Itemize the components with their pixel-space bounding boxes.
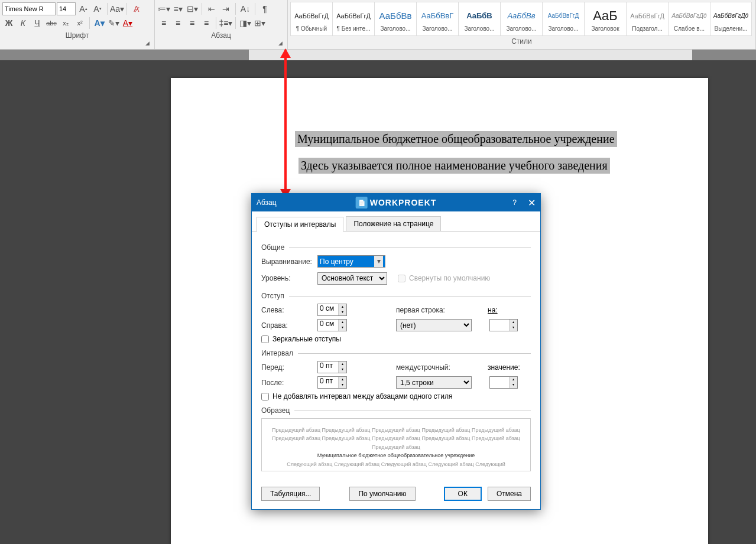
style-item[interactable]: АаБбВвГгД¶ Без инте...: [332, 2, 374, 36]
section-spacing: Интервал: [261, 349, 531, 357]
shrink-font-icon[interactable]: A▾: [91, 2, 104, 15]
level-combo[interactable]: Основной текст: [317, 272, 387, 285]
align-left-icon[interactable]: ≡: [157, 17, 170, 30]
font-group-label: Шрифт: [2, 30, 152, 40]
increase-indent-icon[interactable]: ⇥: [219, 2, 232, 15]
space-after-label: После:: [261, 379, 317, 387]
style-item[interactable]: АаБбВвГгДдСлабое в...: [668, 2, 710, 36]
borders-icon[interactable]: ⊞▾: [253, 17, 266, 30]
show-marks-icon[interactable]: ¶: [258, 2, 271, 15]
space-before-label: Перед:: [261, 363, 317, 372]
space-before-spinner[interactable]: 0 пт: [317, 361, 347, 373]
indent-left-label: Слева:: [261, 306, 317, 314]
decrease-indent-icon[interactable]: ⇤: [205, 2, 218, 15]
close-icon[interactable]: ✕: [528, 197, 536, 209]
collapse-checkbox: Свернуты по умолчанию: [398, 274, 490, 282]
highlight-icon[interactable]: ✎▾: [107, 17, 120, 30]
sort-icon[interactable]: A↓: [239, 2, 252, 15]
style-item[interactable]: АаБбВвГгД¶ Обычный: [290, 2, 332, 36]
indent-right-spinner[interactable]: 0 см: [317, 319, 347, 331]
subscript-button[interactable]: x₂: [59, 17, 72, 30]
clear-format-icon[interactable]: A̷: [130, 2, 143, 15]
watermark: 📄 WORKPROEKT: [356, 197, 437, 209]
section-general: Общие: [261, 243, 531, 252]
indent-left-spinner[interactable]: 0 см: [317, 304, 347, 316]
font-group: A▴ A▾ Aa▾ A̷ Ж К Ч abc x₂ x² A▾ ✎▾ A▾ Шр…: [0, 0, 155, 49]
help-icon[interactable]: ?: [512, 198, 517, 207]
line-spacing-icon[interactable]: ‡≡▾: [219, 17, 232, 30]
alignment-label: Выравнивание:: [261, 258, 317, 266]
no-space-same-style-checkbox[interactable]: Не добавлять интервал между абзацами одн…: [261, 392, 531, 400]
dialog-title: Абзац: [257, 198, 277, 207]
preview-box: Предыдущий абзац Предыдущий абзац Предыд…: [261, 418, 531, 471]
styles-group: АаБбВвГгД¶ ОбычныйАаБбВвГгД¶ Без инте...…: [288, 0, 756, 49]
alignment-combo[interactable]: По центру: [317, 255, 385, 268]
dialog-body: Общие Выравнивание: По центру Уровень: О…: [252, 232, 540, 481]
tab-page-position[interactable]: Положение на странице: [346, 216, 441, 231]
shading-icon[interactable]: ◨▾: [239, 17, 252, 30]
change-case-icon[interactable]: Aa▾: [111, 2, 124, 15]
justify-icon[interactable]: ≡: [200, 17, 213, 30]
selected-text-line-2[interactable]: Здесь указывается полное наименование уч…: [298, 158, 610, 174]
style-item[interactable]: АаБбВЗаголово...: [458, 2, 500, 36]
numbering-icon[interactable]: ≡▾: [171, 2, 184, 15]
value-label: значение:: [488, 363, 520, 372]
text-effects-icon[interactable]: A▾: [93, 17, 106, 30]
tabs-button[interactable]: Табуляция...: [261, 487, 320, 501]
mirror-indent-checkbox[interactable]: Зеркальные отступы: [261, 335, 531, 343]
paragraph-group-label: Абзац: [157, 30, 285, 40]
grow-font-icon[interactable]: A▴: [77, 2, 90, 15]
strike-button[interactable]: abc: [45, 17, 58, 30]
section-preview: Образец: [261, 406, 531, 415]
font-launcher-icon[interactable]: ◢: [145, 40, 153, 47]
style-item[interactable]: АаБбВвЗаголово...: [374, 2, 416, 36]
first-line-value-spinner[interactable]: [489, 319, 518, 331]
watermark-icon: 📄: [356, 197, 368, 209]
space-after-spinner[interactable]: 0 пт: [317, 376, 347, 389]
paragraph-launcher-icon[interactable]: ◢: [278, 40, 285, 47]
style-item[interactable]: АаБбВвГЗаголово...: [416, 2, 458, 36]
style-item[interactable]: АаБбВвГгДЗаголово...: [542, 2, 584, 36]
multilevel-icon[interactable]: ⊟▾: [186, 2, 199, 15]
underline-button[interactable]: Ч: [31, 17, 44, 30]
align-right-icon[interactable]: ≡: [186, 17, 199, 30]
linespacing-combo[interactable]: 1,5 строки: [396, 376, 472, 389]
first-line-combo[interactable]: (нет): [396, 319, 472, 331]
style-item[interactable]: АаБбВвЗаголово...: [500, 2, 542, 36]
font-size-combo[interactable]: [57, 2, 76, 15]
superscript-button[interactable]: x²: [73, 17, 86, 30]
dialog-tabs: Отступы и интервалы Положение на страниц…: [252, 211, 540, 232]
italic-button[interactable]: К: [17, 17, 30, 30]
font-name-combo[interactable]: [2, 2, 56, 15]
default-button[interactable]: По умолчанию: [349, 487, 415, 501]
level-label: Уровень:: [261, 274, 317, 282]
font-color-icon[interactable]: A▾: [121, 17, 134, 30]
dialog-buttons: Табуляция... По умолчанию ОК Отмена: [252, 481, 540, 509]
linespacing-value-spinner[interactable]: [489, 376, 518, 389]
align-center-icon[interactable]: ≡: [171, 17, 184, 30]
paragraph-group: ≔▾ ≡▾ ⊟▾ ⇤ ⇥ A↓ ¶ ≡ ≡ ≡ ≡ ‡≡▾ ◨▾ ⊞▾ Абза…: [155, 0, 288, 49]
ok-button[interactable]: ОК: [444, 487, 482, 501]
indent-right-label: Справа:: [261, 321, 317, 330]
annotation-arrow: [284, 50, 287, 197]
styles-group-label: Стили: [290, 36, 753, 45]
cancel-button[interactable]: Отмена: [488, 487, 531, 501]
ribbon: A▴ A▾ Aa▾ A̷ Ж К Ч abc x₂ x² A▾ ✎▾ A▾ Шр…: [0, 0, 756, 50]
style-item[interactable]: АаБбВвГгДдВыделени...: [710, 2, 752, 36]
bullets-icon[interactable]: ≔▾: [157, 2, 170, 15]
styles-gallery[interactable]: АаБбВвГгД¶ ОбычныйАаБбВвГгД¶ Без инте...…: [290, 2, 753, 36]
first-line-label: первая строка:: [396, 306, 488, 314]
on-label: на:: [488, 306, 498, 314]
section-indent: Отступ: [261, 292, 531, 300]
style-item[interactable]: АаБЗаголовок: [584, 2, 626, 36]
tab-indents-spacing[interactable]: Отступы и интервалы: [257, 217, 343, 232]
linespacing-label: междустрочный:: [396, 363, 488, 372]
horizontal-ruler[interactable]: [0, 50, 756, 60]
dialog-titlebar[interactable]: Абзац 📄 WORKPROEKT ? ✕: [252, 194, 540, 211]
selected-text-line-1[interactable]: Муниципальное бюджетное общеобразователь…: [295, 131, 617, 147]
bold-button[interactable]: Ж: [2, 17, 15, 30]
paragraph-dialog: Абзац 📄 WORKPROEKT ? ✕ Отступы и интерва…: [251, 193, 541, 510]
style-item[interactable]: АаБбВвГгДПодзагол...: [626, 2, 668, 36]
